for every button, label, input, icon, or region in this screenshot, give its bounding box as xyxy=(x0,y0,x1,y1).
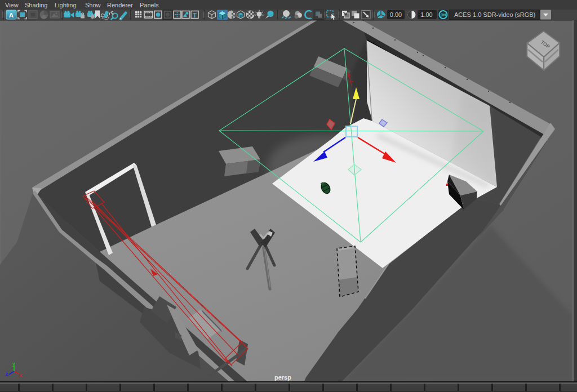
svg-text:View: View xyxy=(5,2,19,8)
svg-text:y: y xyxy=(12,361,15,367)
svg-text:Show: Show xyxy=(85,2,101,8)
svg-text:Renderer: Renderer xyxy=(107,2,133,8)
svg-text:x: x xyxy=(19,372,22,378)
svg-text:A: A xyxy=(9,12,14,19)
svg-text:Shading: Shading xyxy=(25,2,47,8)
svg-text:persp: persp xyxy=(274,374,291,381)
svg-text:ON: ON xyxy=(441,13,446,17)
svg-text:z: z xyxy=(6,371,8,377)
svg-text:ACES 1.0 SDR-video (sRGB): ACES 1.0 SDR-video (sRGB) xyxy=(454,11,535,18)
svg-text:Panels: Panels xyxy=(140,2,159,8)
svg-text:T: T xyxy=(193,12,197,19)
svg-text:Lighting: Lighting xyxy=(55,2,77,8)
svg-text:1.00: 1.00 xyxy=(420,11,432,18)
svg-text:0.00: 0.00 xyxy=(390,11,402,18)
